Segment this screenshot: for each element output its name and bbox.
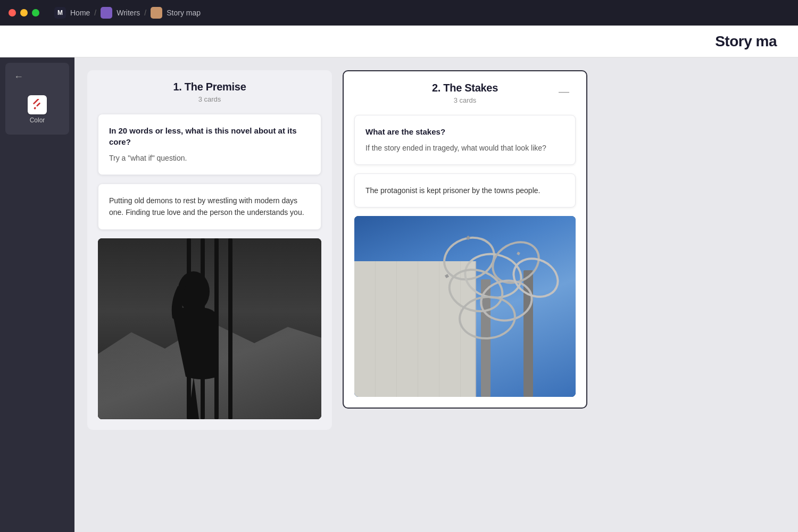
app-window: M Home / Writers / Story map Story ma ← [0,0,798,532]
premise-hint-1: Try a "what if" question. [109,153,310,164]
stakes-card-count: 3 cards [432,96,498,104]
premise-card-1[interactable]: In 20 words or less, what is this novel … [98,114,321,175]
stakes-card-1[interactable]: What are the stakes? If the story ended … [354,115,576,165]
breadcrumb-separator-2: / [144,9,146,17]
breadcrumb-writers-label: Writers [117,9,140,17]
spike-3 [445,274,449,278]
stakes-title: 2. The Stakes [432,82,498,94]
breadcrumb-separator-1: / [94,9,96,17]
stakes-header-row: 2. The Stakes 3 cards — [354,82,576,106]
traffic-lights [9,9,39,16]
barbed-wire-image [354,216,576,397]
premise-question-1: In 20 words or less, what is this novel … [109,125,310,147]
stakes-header: 2. The Stakes 3 cards [432,82,498,106]
breadcrumb-storymap-label: Story map [167,9,201,17]
svg-rect-1 [36,102,40,106]
titlebar: M Home / Writers / Story map [0,0,798,26]
barbed-wire-group [432,227,576,333]
storymap-icon [151,7,162,19]
minimize-column-button[interactable]: — [559,86,569,97]
maximize-button[interactable] [32,9,39,16]
color-icon [28,95,47,114]
sidebar: ← Color [0,26,74,532]
stakes-card-3-image [354,216,576,397]
brush-icon [31,99,43,111]
breadcrumb-storymap[interactable]: Story map [151,7,201,19]
breadcrumb-home-label: Home [70,9,90,17]
breadcrumb-writers[interactable]: Writers [101,7,140,19]
person-silhouette [154,270,234,419]
home-icon: M [54,7,66,19]
premise-card-2[interactable]: Putting old demons to rest by wrestling … [98,184,321,230]
stakes-card-2[interactable]: The protagonist is kept prisoner by the … [354,173,576,207]
premise-card-count: 3 cards [173,95,246,103]
premise-text-2: Putting old demons to rest by wrestling … [109,195,310,219]
premise-card-3-image [98,238,321,419]
content-area: 1. The Premise 3 cards In 20 words or le… [74,57,798,532]
stakes-question-1: What are the stakes? [365,126,564,137]
premise-title: 1. The Premise [173,81,246,93]
back-button[interactable]: ← [10,69,28,85]
stakes-text-2: The protagonist is kept prisoner by the … [365,185,564,196]
stakes-hint-1: If the story ended in tragedy, what woul… [365,143,564,154]
color-label: Color [30,117,45,124]
stakes-column: 2. The Stakes 3 cards — What are the sta… [343,70,587,409]
app-body: Story ma ← Color [0,26,798,532]
premise-header: 1. The Premise 3 cards [173,81,246,105]
writers-icon [101,7,112,19]
color-tool[interactable]: Color [23,91,51,128]
sidebar-inner: ← Color [5,63,69,135]
prison-image [98,238,321,419]
header-bar: Story ma [0,26,798,57]
premise-header-row: 1. The Premise 3 cards [98,81,321,105]
close-button[interactable] [9,9,16,16]
breadcrumb: M Home / Writers / Story map [54,7,201,19]
minimize-button[interactable] [20,9,28,16]
page-title: Story ma [715,33,777,50]
breadcrumb-home[interactable]: M Home [54,7,90,19]
premise-column: 1. The Premise 3 cards In 20 words or le… [87,70,332,430]
